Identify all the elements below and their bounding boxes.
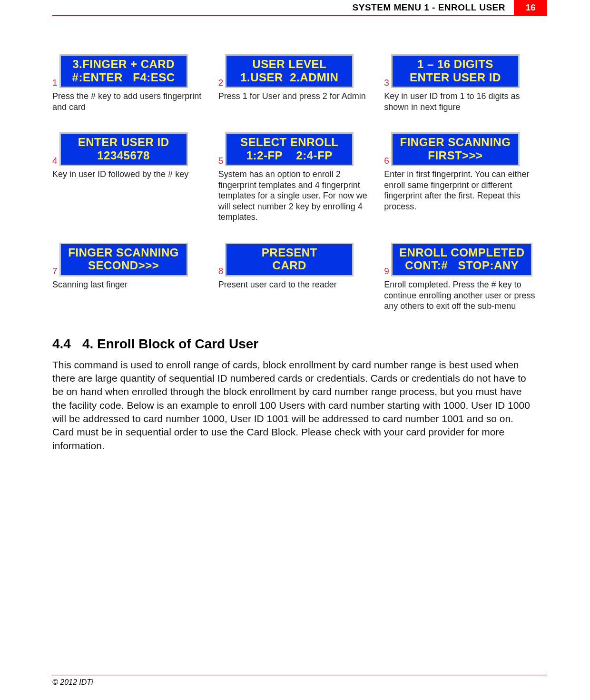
step-5-lcd-line-1: SELECT ENROLL bbox=[240, 136, 339, 148]
step-3-number: 3 bbox=[384, 78, 389, 88]
step-5-number: 5 bbox=[218, 156, 224, 166]
step-1-number: 1 bbox=[52, 78, 58, 88]
step-7-caption: Scanning last finger bbox=[52, 279, 206, 290]
step-8-lcd-line-1: PRESENT bbox=[262, 246, 317, 259]
step-5-lcd-line-2: 1:2-FP 2:4-FP bbox=[246, 149, 333, 162]
step-7-lcd: FINGER SCANNING SECOND>>> bbox=[59, 243, 188, 276]
step-8-lcd: PRESENT CARD bbox=[225, 243, 354, 276]
step-5-lcd: SELECT ENROLL 1:2-FP 2:4-FP bbox=[225, 132, 354, 166]
step-7-lcd-line-1: FINGER SCANNING bbox=[68, 246, 179, 259]
step-2-lcd-line-2: 1.USER 2.ADMIN bbox=[240, 71, 338, 84]
page-header: SYSTEM MENU 1 - ENROLL USER 16 bbox=[52, 0, 547, 16]
page-footer: © 2012 IDTi bbox=[52, 675, 547, 687]
step-1-lcd-line-1: 3.FINGER + CARD bbox=[72, 58, 175, 70]
step-1-lcd-line-2: #:ENTER F4:ESC bbox=[72, 71, 175, 84]
step-2-lcd-line-1: USER LEVEL bbox=[252, 58, 326, 70]
step-2-top: 2 USER LEVEL 1.USER 2.ADMIN bbox=[218, 54, 372, 88]
step-3-lcd-line-1: 1 – 16 DIGITS bbox=[417, 58, 493, 70]
step-6-lcd-line-2: FIRST>>> bbox=[428, 149, 482, 162]
step-6-top: 6 FINGER SCANNING FIRST>>> bbox=[384, 132, 538, 166]
step-8-lcd-line-2: CARD bbox=[273, 259, 306, 272]
page: SYSTEM MENU 1 - ENROLL USER 16 1 3.FINGE… bbox=[0, 0, 590, 700]
step-4-lcd-line-2: 12345678 bbox=[97, 149, 150, 162]
step-1-caption: Press the # key to add users fingerprint… bbox=[52, 91, 206, 112]
step-3-lcd-line-2: ENTER USER ID bbox=[410, 71, 501, 84]
section-title: 4. Enroll Block of Card User bbox=[82, 336, 258, 351]
step-1: 1 3.FINGER + CARD #:ENTER F4:ESC Press t… bbox=[52, 54, 206, 112]
step-9-number: 9 bbox=[384, 266, 389, 276]
step-4: 4 ENTER USER ID 12345678 Key in user ID … bbox=[52, 132, 206, 223]
step-8-top: 8 PRESENT CARD bbox=[218, 243, 372, 276]
step-4-lcd-line-1: ENTER USER ID bbox=[78, 136, 169, 148]
header-page-number: 16 bbox=[514, 0, 547, 15]
step-3-caption: Key in user ID from 1 to 16 digits as sh… bbox=[384, 91, 538, 112]
section-number: 4.4 bbox=[52, 336, 71, 351]
step-8-number: 8 bbox=[218, 266, 224, 276]
step-6: 6 FINGER SCANNING FIRST>>> Enter in firs… bbox=[384, 132, 538, 223]
step-4-caption: Key in user ID followed by the # key bbox=[52, 169, 206, 180]
step-3-lcd: 1 – 16 DIGITS ENTER USER ID bbox=[391, 54, 520, 88]
step-3-top: 3 1 – 16 DIGITS ENTER USER ID bbox=[384, 54, 538, 88]
step-2-caption: Press 1 for User and press 2 for Admin bbox=[218, 91, 372, 102]
section-body: This command is used to enroll range of … bbox=[52, 358, 538, 453]
footer-copyright: © 2012 IDTi bbox=[52, 678, 93, 686]
section-heading: 4.44. Enroll Block of Card User bbox=[52, 336, 538, 352]
step-2: 2 USER LEVEL 1.USER 2.ADMIN Press 1 for … bbox=[218, 54, 372, 112]
step-6-lcd: FINGER SCANNING FIRST>>> bbox=[391, 132, 520, 166]
step-3: 3 1 – 16 DIGITS ENTER USER ID Key in use… bbox=[384, 54, 538, 112]
step-6-lcd-line-1: FINGER SCANNING bbox=[400, 136, 511, 148]
step-4-number: 4 bbox=[52, 156, 58, 166]
step-9: 9 ENROLL COMPLETED CONT:# STOP:ANY Enrol… bbox=[384, 243, 538, 312]
step-2-lcd: USER LEVEL 1.USER 2.ADMIN bbox=[225, 54, 354, 88]
step-1-lcd: 3.FINGER + CARD #:ENTER F4:ESC bbox=[59, 54, 188, 88]
step-9-lcd: ENROLL COMPLETED CONT:# STOP:ANY bbox=[391, 243, 533, 276]
step-grid: 1 3.FINGER + CARD #:ENTER F4:ESC Press t… bbox=[52, 54, 538, 312]
step-8: 8 PRESENT CARD Present user card to the … bbox=[218, 243, 372, 312]
step-6-caption: Enter in first fingerprint. You can eith… bbox=[384, 169, 538, 212]
step-9-top: 9 ENROLL COMPLETED CONT:# STOP:ANY bbox=[384, 243, 538, 276]
step-4-lcd: ENTER USER ID 12345678 bbox=[59, 132, 188, 166]
step-7: 7 FINGER SCANNING SECOND>>> Scanning las… bbox=[52, 243, 206, 312]
step-5: 5 SELECT ENROLL 1:2-FP 2:4-FP System has… bbox=[218, 132, 372, 223]
step-7-top: 7 FINGER SCANNING SECOND>>> bbox=[52, 243, 206, 276]
content: 1 3.FINGER + CARD #:ENTER F4:ESC Press t… bbox=[52, 54, 538, 453]
step-2-number: 2 bbox=[218, 78, 224, 88]
step-8-caption: Present user card to the reader bbox=[218, 279, 372, 290]
step-1-top: 1 3.FINGER + CARD #:ENTER F4:ESC bbox=[52, 54, 206, 88]
step-9-lcd-line-1: ENROLL COMPLETED bbox=[399, 246, 525, 259]
step-9-caption: Enroll completed. Press the # key to con… bbox=[384, 279, 538, 312]
header-title: SYSTEM MENU 1 - ENROLL USER bbox=[344, 0, 514, 15]
step-7-lcd-line-2: SECOND>>> bbox=[88, 259, 159, 272]
step-4-top: 4 ENTER USER ID 12345678 bbox=[52, 132, 206, 166]
step-5-caption: System has an option to enroll 2 fingerp… bbox=[218, 169, 372, 223]
step-7-number: 7 bbox=[52, 266, 58, 276]
step-6-number: 6 bbox=[384, 156, 389, 166]
step-5-top: 5 SELECT ENROLL 1:2-FP 2:4-FP bbox=[218, 132, 372, 166]
step-9-lcd-line-2: CONT:# STOP:ANY bbox=[405, 259, 519, 272]
